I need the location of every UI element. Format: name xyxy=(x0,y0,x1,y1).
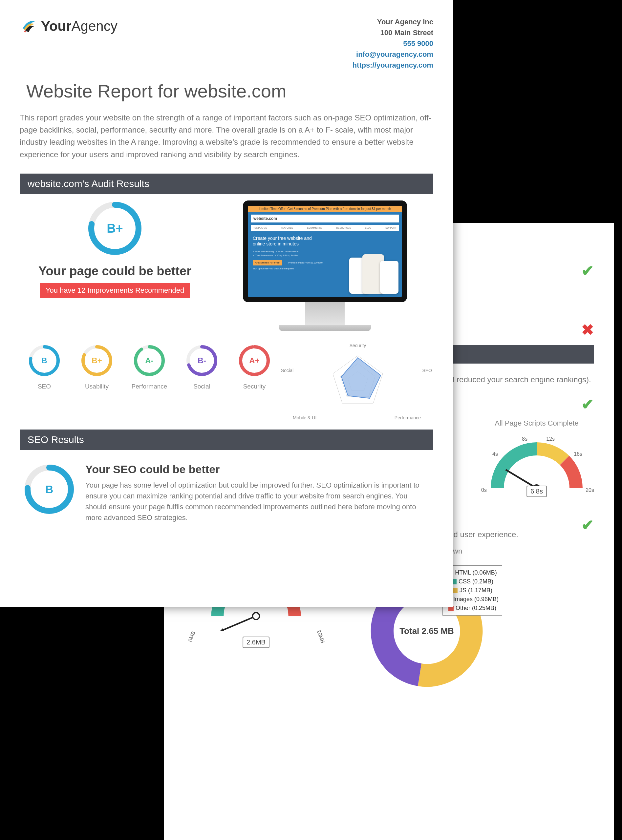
section-audit-results: website.com's Audit Results xyxy=(20,173,433,194)
report-page-front: YourAgency Your Agency Inc 100 Main Stre… xyxy=(0,0,453,607)
grade-seo: B SEO xyxy=(23,344,66,390)
report-intro: This report grades your website on the s… xyxy=(20,111,433,160)
agency-phone[interactable]: 555 9000 xyxy=(352,38,433,49)
overall-grade-ring: B+ xyxy=(23,201,207,257)
donut-center-label: Total 2.65 MB xyxy=(399,626,454,636)
agency-address: 100 Main Street xyxy=(352,27,433,38)
report-title: Website Report for website.com xyxy=(26,81,433,102)
agency-logo: YourAgency xyxy=(20,17,117,36)
grade-security: A+ Security xyxy=(233,344,276,390)
seo-grade-ring: B xyxy=(23,463,76,523)
overall-headline: Your page could be better xyxy=(23,264,207,278)
svg-text:B+: B+ xyxy=(91,356,102,365)
website-preview-monitor: Limited Time Offer! Get 3 months of Prem… xyxy=(243,201,407,331)
logo-icon xyxy=(20,17,38,36)
svg-text:A-: A- xyxy=(145,356,153,365)
seo-headline: Your SEO could be better xyxy=(85,463,430,476)
check-icon: ✔ xyxy=(581,516,594,534)
grade-social: B- Social xyxy=(180,344,223,390)
check-icon: ✔ xyxy=(581,262,594,280)
cross-icon: ✖ xyxy=(581,321,594,339)
svg-marker-27 xyxy=(341,358,381,398)
svg-point-5 xyxy=(24,30,26,32)
svg-text:B-: B- xyxy=(198,356,206,365)
gauge-value: 2.6MB xyxy=(242,636,270,648)
agency-contact: Your Agency Inc 100 Main Street 555 9000… xyxy=(352,17,433,70)
gauge-value: 6.8s xyxy=(526,485,547,497)
grade-performance: A- Performance xyxy=(128,344,171,390)
radar-chart: Security SEO Performance Mobile & UI Soc… xyxy=(285,344,430,420)
svg-text:B: B xyxy=(41,356,47,365)
svg-point-4 xyxy=(252,613,259,619)
agency-website[interactable]: https://youragency.com xyxy=(352,60,433,70)
logo-text: YourAgency xyxy=(41,18,117,34)
svg-text:B: B xyxy=(45,483,53,496)
seo-body-text: Your page has some level of optimization… xyxy=(85,480,430,523)
section-seo-results: SEO Results xyxy=(20,429,433,450)
check-icon: ✔ xyxy=(581,396,594,413)
grade-usability: B+ Usability xyxy=(76,344,118,390)
svg-text:B+: B+ xyxy=(107,222,123,235)
gauge-scripts-complete: 0s 4s 8s 12s 16s 20s 6.8s xyxy=(479,431,594,503)
agency-email[interactable]: info@youragency.com xyxy=(352,49,433,60)
svg-text:A+: A+ xyxy=(249,356,259,365)
improvements-badge: You have 12 Improvements Recommended xyxy=(40,283,190,298)
agency-name: Your Agency Inc xyxy=(352,17,433,27)
gauge-title: All Page Scripts Complete xyxy=(479,419,594,428)
svg-marker-3 xyxy=(219,628,224,631)
